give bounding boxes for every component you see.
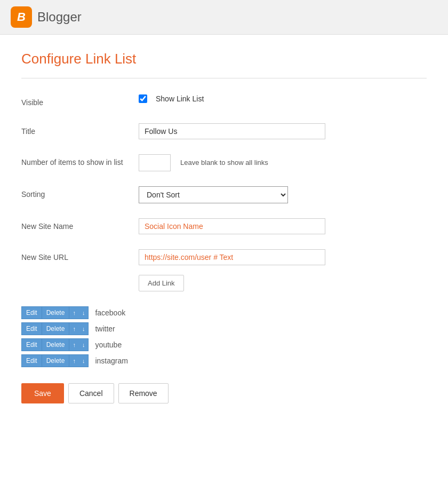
title-input[interactable] — [139, 123, 325, 139]
link-name-facebook: facebook — [95, 308, 125, 317]
up-arrow-facebook[interactable]: ↑ — [69, 307, 79, 319]
edit-button-facebook[interactable]: Edit — [22, 307, 42, 319]
link-actions-instagram: Edit Delete ↑ ↓ — [21, 354, 89, 367]
num-items-label: Number of items to show in list — [21, 154, 139, 168]
delete-button-facebook[interactable]: Delete — [42, 307, 70, 319]
header: B Blogger — [0, 0, 448, 35]
new-site-url-input[interactable] — [139, 249, 325, 265]
remove-button[interactable]: Remove — [118, 383, 169, 403]
app-name: Blogger — [37, 10, 82, 25]
num-items-hint: Leave blank to show all links — [180, 159, 268, 167]
save-button[interactable]: Save — [21, 383, 64, 403]
sorting-label: Sorting — [21, 186, 139, 200]
edit-button-youtube[interactable]: Edit — [22, 339, 42, 351]
footer-actions: Save Cancel Remove — [21, 383, 427, 403]
add-link-button[interactable]: Add Link — [139, 275, 184, 291]
link-actions-facebook: Edit Delete ↑ ↓ — [21, 306, 89, 319]
num-items-input[interactable] — [139, 154, 171, 171]
up-arrow-twitter[interactable]: ↑ — [69, 323, 79, 335]
show-link-list-label[interactable]: Show Link List — [156, 94, 204, 103]
new-site-name-row: New Site Name — [21, 218, 427, 234]
delete-button-instagram[interactable]: Delete — [42, 355, 70, 367]
visible-row: Visible Show Link List — [21, 94, 427, 108]
links-section: Edit Delete ↑ ↓ facebook Edit Delete ↑ ↓… — [21, 306, 427, 367]
delete-button-youtube[interactable]: Delete — [42, 339, 70, 351]
table-row: Edit Delete ↑ ↓ instagram — [21, 354, 427, 367]
link-name-youtube: youtube — [95, 340, 122, 349]
show-link-list-checkbox[interactable] — [139, 94, 147, 103]
link-name-twitter: twitter — [95, 324, 115, 333]
new-site-url-row: New Site URL Add Link — [21, 249, 427, 291]
table-row: Edit Delete ↑ ↓ facebook — [21, 306, 427, 319]
title-label: Title — [21, 123, 139, 137]
sorting-select[interactable]: Don't Sort Alphabetical Reverse Alphabet… — [139, 186, 288, 203]
page-title: Configure Link List — [21, 51, 427, 67]
down-arrow-instagram[interactable]: ↓ — [79, 355, 89, 367]
link-actions-youtube: Edit Delete ↑ ↓ — [21, 338, 89, 351]
table-row: Edit Delete ↑ ↓ youtube — [21, 338, 427, 351]
num-items-row: Number of items to show in list Leave bl… — [21, 154, 427, 171]
table-row: Edit Delete ↑ ↓ twitter — [21, 322, 427, 335]
visible-label: Visible — [21, 94, 139, 108]
edit-button-twitter[interactable]: Edit — [22, 323, 42, 335]
cancel-button[interactable]: Cancel — [68, 383, 114, 403]
new-site-url-control: Add Link — [139, 249, 427, 291]
down-arrow-youtube[interactable]: ↓ — [79, 339, 89, 351]
title-control — [139, 123, 427, 139]
down-arrow-twitter[interactable]: ↓ — [79, 323, 89, 335]
new-site-url-label: New Site URL — [21, 249, 139, 263]
up-arrow-instagram[interactable]: ↑ — [69, 355, 79, 367]
up-arrow-youtube[interactable]: ↑ — [69, 339, 79, 351]
new-site-name-label: New Site Name — [21, 218, 139, 232]
divider — [21, 78, 427, 78]
link-name-instagram: instagram — [95, 357, 127, 365]
sorting-control: Don't Sort Alphabetical Reverse Alphabet… — [139, 186, 427, 203]
delete-button-twitter[interactable]: Delete — [42, 323, 70, 335]
edit-button-instagram[interactable]: Edit — [22, 355, 42, 367]
title-row: Title — [21, 123, 427, 139]
down-arrow-facebook[interactable]: ↓ — [79, 307, 89, 319]
new-site-name-control — [139, 218, 427, 234]
visible-control: Show Link List — [139, 94, 427, 103]
sorting-row: Sorting Don't Sort Alphabetical Reverse … — [21, 186, 427, 203]
new-site-name-input[interactable] — [139, 218, 325, 234]
link-actions-twitter: Edit Delete ↑ ↓ — [21, 322, 89, 335]
num-items-control: Leave blank to show all links — [139, 154, 427, 171]
main-content: Configure Link List Visible Show Link Li… — [0, 35, 448, 491]
blogger-logo: B — [11, 6, 32, 28]
